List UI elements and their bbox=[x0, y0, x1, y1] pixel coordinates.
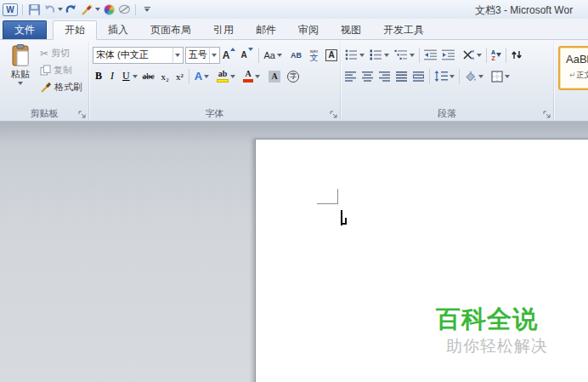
brush-dropdown-arrow-icon[interactable] bbox=[95, 8, 100, 11]
style-preview-text: AaBb bbox=[566, 53, 588, 66]
format-painter-button[interactable]: 格式刷 bbox=[40, 81, 82, 94]
align-left-button[interactable] bbox=[343, 67, 359, 85]
font-size-dropdown[interactable] bbox=[209, 48, 219, 63]
align-center-button[interactable] bbox=[360, 67, 376, 85]
clear-formatting-button[interactable]: AB bbox=[288, 46, 304, 64]
highlight-dropdown-arrow-icon[interactable] bbox=[230, 75, 235, 78]
font-dialog-launcher[interactable] bbox=[328, 109, 338, 119]
tab-page-layout[interactable]: 页面布局 bbox=[139, 21, 202, 39]
numbering-button[interactable] bbox=[368, 46, 391, 64]
watermark-subtitle: 助你轻松解决 bbox=[446, 335, 548, 357]
shading-bucket-icon bbox=[464, 71, 477, 83]
distribute-button[interactable] bbox=[411, 67, 427, 85]
line-spacing-button[interactable] bbox=[433, 67, 456, 85]
align-right-button[interactable] bbox=[377, 67, 393, 85]
style-normal-card[interactable]: AaBb ↵正文 bbox=[558, 46, 588, 90]
dialog-launcher-icon bbox=[78, 111, 86, 118]
underline-dropdown-arrow-icon[interactable] bbox=[133, 75, 138, 78]
tab-review[interactable]: 审阅 bbox=[287, 21, 330, 39]
distribute-icon bbox=[413, 71, 425, 82]
word-logo-icon[interactable]: W bbox=[3, 3, 18, 16]
divider bbox=[258, 48, 259, 63]
tab-developer[interactable]: 开发工具 bbox=[372, 21, 435, 39]
title-bar[interactable]: W bbox=[0, 0, 588, 19]
paragraph-group: A Z bbox=[341, 40, 553, 121]
document-page[interactable]: 百科全说 助你轻松解决 bbox=[255, 139, 588, 382]
dialog-launcher-icon bbox=[543, 111, 551, 118]
character-shading-button[interactable]: A bbox=[266, 67, 283, 85]
multilevel-dropdown-arrow-icon[interactable] bbox=[410, 54, 415, 57]
shrink-font-button[interactable]: A bbox=[238, 46, 255, 64]
save-button[interactable] bbox=[27, 2, 41, 17]
font-name-combobox[interactable]: 宋体 (中文正 bbox=[93, 47, 184, 64]
asian-layout-dropdown-arrow-icon[interactable] bbox=[477, 54, 482, 57]
enclose-characters-button[interactable]: 字 bbox=[285, 67, 302, 85]
strikethrough-button[interactable]: abc bbox=[140, 67, 157, 85]
bold-button[interactable]: B bbox=[93, 67, 105, 85]
bullets-button[interactable] bbox=[343, 46, 366, 64]
tab-mailings[interactable]: 邮件 bbox=[245, 21, 287, 39]
customize-qat-button[interactable] bbox=[140, 2, 154, 17]
show-hide-marks-button[interactable] bbox=[509, 46, 524, 64]
highlight-icon: ab bbox=[217, 70, 229, 83]
clipboard-group: 粘贴 ✂ 剪切 复制 bbox=[0, 40, 88, 121]
copy-button[interactable]: 复制 bbox=[40, 64, 82, 77]
multilevel-list-button[interactable] bbox=[393, 46, 416, 64]
format-painter-icon bbox=[40, 82, 52, 93]
paste-button[interactable]: 粘贴 bbox=[4, 44, 37, 106]
decrease-indent-button[interactable] bbox=[422, 46, 438, 64]
font-name-value: 宋体 (中文正 bbox=[96, 48, 172, 61]
draw-toggle-button[interactable] bbox=[117, 2, 131, 17]
font-name-dropdown[interactable] bbox=[172, 48, 183, 63]
quick-access-toolbar: W bbox=[0, 2, 154, 17]
text-highlight-button[interactable]: ab bbox=[214, 67, 238, 85]
text-effects-button[interactable]: A bbox=[192, 67, 212, 85]
cut-button[interactable]: ✂ 剪切 bbox=[40, 47, 82, 60]
undo-dropdown-arrow-icon[interactable] bbox=[58, 8, 63, 11]
show-hide-marks-icon bbox=[511, 49, 523, 60]
phonetic-guide-button[interactable]: wén 文 bbox=[307, 46, 321, 64]
sort-button[interactable]: A Z bbox=[489, 46, 503, 64]
italic-button[interactable]: I bbox=[108, 67, 116, 85]
font-color-icon: A bbox=[243, 70, 253, 83]
borders-dropdown-arrow-icon[interactable] bbox=[505, 75, 510, 78]
tab-references[interactable]: 引用 bbox=[202, 21, 245, 39]
font-color-button[interactable]: A bbox=[240, 67, 263, 85]
divider bbox=[506, 48, 506, 63]
numbering-dropdown-arrow-icon[interactable] bbox=[384, 54, 389, 57]
line-spacing-dropdown-arrow-icon[interactable] bbox=[449, 75, 455, 78]
undo-button[interactable] bbox=[42, 2, 56, 17]
align-right-icon bbox=[379, 71, 391, 82]
shading-button[interactable] bbox=[462, 67, 485, 85]
borders-button[interactable] bbox=[489, 67, 512, 85]
document-area: 百科全说 助你轻松解决 bbox=[0, 122, 588, 382]
font-color-dropdown-arrow-icon[interactable] bbox=[255, 75, 260, 78]
window-title: 文档3 - Microsoft Wor bbox=[475, 3, 573, 18]
increase-indent-button[interactable] bbox=[440, 46, 456, 64]
font-size-combobox[interactable]: 五号 bbox=[185, 47, 220, 64]
paste-dropdown-arrow-icon[interactable] bbox=[18, 82, 23, 85]
ribbon-tab-bar: 文件 开始 插入 页面布局 引用 邮件 审阅 视图 开发工具 bbox=[0, 19, 588, 40]
character-border-button[interactable]: A bbox=[323, 46, 340, 64]
bullets-dropdown-arrow-icon[interactable] bbox=[359, 54, 365, 57]
tab-file[interactable]: 文件 bbox=[3, 20, 47, 39]
underline-button[interactable]: U bbox=[120, 67, 133, 85]
change-case-button[interactable]: Aa bbox=[262, 46, 285, 64]
color-wheel-button[interactable] bbox=[102, 2, 116, 17]
clipboard-dialog-launcher[interactable] bbox=[76, 109, 87, 119]
tab-view[interactable]: 视图 bbox=[330, 21, 372, 39]
tab-insert[interactable]: 插入 bbox=[97, 21, 139, 39]
grow-font-button[interactable]: A bbox=[220, 46, 239, 64]
redo-button[interactable] bbox=[65, 2, 78, 17]
shading-dropdown-arrow-icon[interactable] bbox=[478, 75, 483, 78]
enclose-characters-icon: 字 bbox=[287, 71, 299, 83]
text-effects-dropdown-arrow-icon bbox=[204, 75, 209, 78]
paragraph-dialog-launcher[interactable] bbox=[541, 109, 551, 119]
copy-icon bbox=[40, 65, 51, 76]
superscript-button[interactable]: x² bbox=[173, 67, 186, 85]
tab-home[interactable]: 开始 bbox=[53, 20, 97, 40]
format-brush-button[interactable] bbox=[80, 2, 93, 17]
subscript-button[interactable]: x₂ bbox=[159, 67, 172, 85]
asian-layout-button[interactable] bbox=[461, 46, 483, 64]
justify-button[interactable] bbox=[394, 67, 410, 85]
